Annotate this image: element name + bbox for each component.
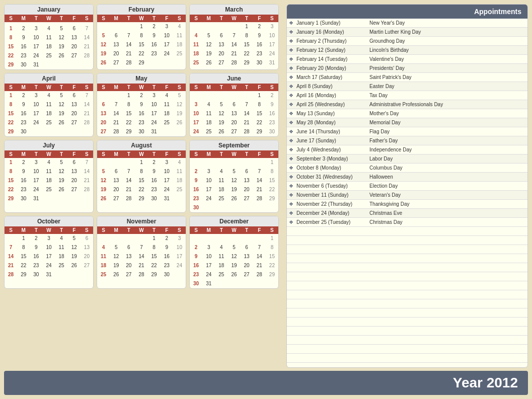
cal-day: 7 <box>122 167 135 176</box>
cal-day: 30 <box>148 194 161 203</box>
dow-label: W <box>135 226 147 234</box>
dow-label: T <box>241 226 253 234</box>
cal-day: 19 <box>97 185 110 194</box>
cal-day: 29 <box>5 60 17 69</box>
dow-label: W <box>135 15 147 22</box>
cal-day: 28 <box>81 118 93 127</box>
cal-day <box>227 158 240 167</box>
dow-label: S <box>81 226 93 234</box>
cal-day: 5 <box>68 234 81 243</box>
appointment-row: ❖May 13 (Sunday)Mother's Day <box>287 109 527 118</box>
cal-day <box>215 22 227 31</box>
cal-day: 2 <box>190 243 202 252</box>
appointment-empty-row <box>287 236 527 245</box>
cal-day: 21 <box>135 261 147 270</box>
cal-day: 19 <box>227 261 240 270</box>
cal-day <box>42 194 55 203</box>
cal-day: 21 <box>81 42 93 51</box>
cal-day: 3 <box>30 24 42 33</box>
cal-day: 16 <box>30 252 42 261</box>
calendar-january: JanuarySMTWTFS12345678910111213141516171… <box>4 4 94 70</box>
cal-day: 4 <box>161 91 173 100</box>
cal-day: 8 <box>135 31 147 40</box>
appointment-empty-row <box>287 345 527 354</box>
cal-day: 18 <box>173 40 186 49</box>
cal-day: 18 <box>173 176 186 185</box>
cal-day: 4 <box>42 24 55 33</box>
cal-day: 1 <box>122 91 135 100</box>
cal-day: 14 <box>135 252 147 261</box>
cal-day: 31 <box>266 58 278 67</box>
cal-day: 1 <box>5 158 17 167</box>
appointment-diamond-icon: ❖ <box>287 20 295 26</box>
cal-day: 9 <box>148 167 161 176</box>
dow-label: S <box>173 15 186 22</box>
cal-day: 28 <box>227 58 240 67</box>
cal-day: 22 <box>135 185 147 194</box>
cal-day: 31 <box>148 127 161 136</box>
cal-day: 8 <box>5 167 17 176</box>
cal-header-july: July <box>5 140 93 150</box>
cal-day: 6 <box>215 31 227 40</box>
appointment-date: May 13 (Sunday) <box>295 110 368 117</box>
cal-grid-march: SMTWTFS123456789101112131415161718192021… <box>190 15 278 67</box>
dow-label: W <box>42 150 55 158</box>
cal-day: 25 <box>42 185 55 194</box>
cal-day: 30 <box>135 127 147 136</box>
dow-label: F <box>253 84 266 91</box>
cal-day: 26 <box>173 118 186 127</box>
cal-grid-august: SMTWTFS123456789101112131415161718192021… <box>97 150 186 203</box>
cal-day: 23 <box>190 270 202 279</box>
appointment-empty-row <box>287 227 527 236</box>
cal-day: 10 <box>266 31 278 40</box>
cal-day: 10 <box>42 243 55 252</box>
cal-day: 17 <box>202 185 215 194</box>
cal-day <box>55 60 68 69</box>
cal-day: 10 <box>30 100 42 109</box>
cal-day: 18 <box>42 42 55 51</box>
cal-day: 18 <box>215 185 227 194</box>
cal-day: 30 <box>17 127 30 136</box>
cal-day: 27 <box>110 194 122 203</box>
cal-grid-june: SMTWTFS123456789101112131415161718192021… <box>190 84 278 136</box>
cal-day: 23 <box>17 118 30 127</box>
cal-day <box>190 22 202 31</box>
calendar-june: JuneSMTWTFS12345678910111213141516171819… <box>189 73 279 137</box>
cal-day: 12 <box>55 167 68 176</box>
cal-day <box>253 234 266 243</box>
dow-label: S <box>5 150 17 158</box>
cal-day: 4 <box>97 243 110 252</box>
cal-day: 7 <box>81 24 93 33</box>
calendar-row-2: AprilSMTWTFS1234567891011121314151617181… <box>4 73 283 137</box>
dow-label: S <box>81 150 93 158</box>
cal-day: 3 <box>202 167 215 176</box>
cal-day: 13 <box>110 40 122 49</box>
cal-day <box>241 203 253 212</box>
appointment-diamond-icon: ❖ <box>287 219 295 225</box>
appointment-date: October 31 (Wednesday) <box>295 174 368 180</box>
dow-label: W <box>42 15 55 22</box>
cal-day: 12 <box>97 40 110 49</box>
dow-label: F <box>253 226 266 234</box>
dow-label: M <box>110 15 122 22</box>
dow-label: T <box>241 150 253 158</box>
cal-day: 26 <box>97 194 110 203</box>
cal-day <box>97 158 110 167</box>
cal-day: 31 <box>161 194 173 203</box>
appointment-row: ❖November 6 (Tuesday)Election Day <box>287 182 527 191</box>
cal-day: 24 <box>161 185 173 194</box>
cal-day: 15 <box>135 40 147 49</box>
cal-day: 29 <box>135 58 147 67</box>
dow-label: S <box>173 84 186 91</box>
cal-day: 27 <box>241 194 253 203</box>
cal-day: 14 <box>253 176 266 185</box>
dow-label: M <box>202 226 215 234</box>
cal-day: 28 <box>81 51 93 60</box>
dow-label: S <box>173 150 186 158</box>
cal-day: 25 <box>97 270 110 279</box>
cal-day: 14 <box>122 176 135 185</box>
appointment-empty-row <box>287 272 527 281</box>
cal-day: 25 <box>173 49 186 58</box>
cal-day: 20 <box>227 118 240 127</box>
dow-label: W <box>42 226 55 234</box>
